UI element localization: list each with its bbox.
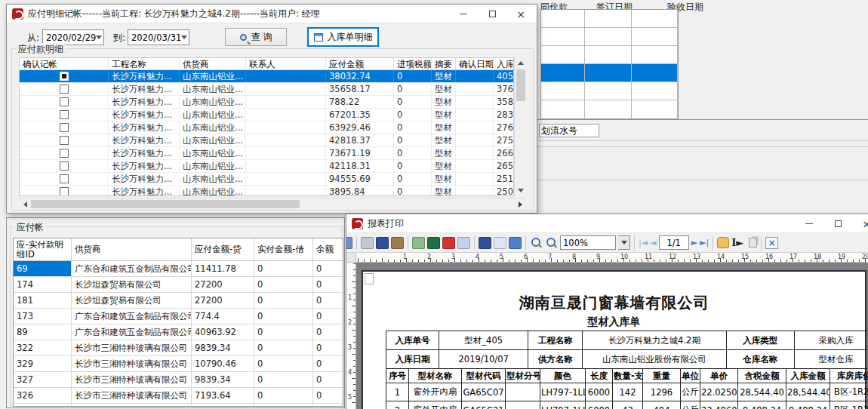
designer-icon[interactable] (346, 237, 352, 249)
confirm-checkbox[interactable] (60, 123, 69, 132)
save-icon[interactable] (479, 237, 491, 249)
confirm-checkbox[interactable] (60, 149, 69, 158)
next-page-icon[interactable]: ► (691, 237, 697, 249)
maximize-button[interactable] (823, 214, 852, 233)
close-button[interactable]: × (506, 5, 535, 23)
scrollbar-thumb[interactable] (516, 69, 525, 101)
send-mail-icon[interactable] (457, 237, 470, 249)
confirm-cell[interactable] (20, 186, 109, 196)
report-preview-area[interactable]: 湖南亘晟门窗幕墙有限公司 型材入库单 入库单号型材_405工程名称长沙万科魅力之… (356, 263, 868, 409)
scroll-left-icon[interactable] (19, 198, 31, 210)
query-button[interactable]: 查 询 (225, 28, 287, 46)
confirm-cell[interactable] (20, 83, 109, 95)
minimize-button[interactable] (449, 5, 478, 23)
column-header[interactable]: 供货商 (72, 238, 192, 260)
table-row[interactable]: 长沙万科魅力...山东南山铝业...42118.310型材265 (20, 160, 513, 173)
column-header[interactable]: 应付金额 (326, 58, 394, 69)
confirm-checkbox[interactable] (60, 136, 69, 145)
table-row[interactable]: 长沙万科魅力...山东南山铝业...35658.170型材376 (20, 83, 513, 96)
open-report-icon[interactable] (494, 237, 506, 249)
previous-page-icon[interactable]: ◄ (650, 237, 656, 249)
zoom-level-input[interactable] (560, 235, 616, 250)
text-select-tool-icon[interactable]: I► (731, 237, 743, 248)
table-row[interactable]: 181长沙坦森贸易有限公司2720000 (14, 293, 343, 309)
export-file-icon[interactable] (412, 237, 425, 249)
copy-icon[interactable] (749, 238, 757, 248)
confirm-checkbox[interactable] (60, 97, 69, 106)
column-header[interactable]: 供货商 (180, 58, 246, 69)
confirm-cell[interactable] (20, 134, 109, 146)
export-excel-icon[interactable] (427, 237, 440, 249)
confirm-cell[interactable] (20, 96, 109, 108)
options-icon[interactable] (391, 237, 404, 249)
column-header[interactable]: 进项税额 (394, 58, 432, 69)
confirm-checkbox[interactable] (60, 174, 69, 183)
last-page-icon[interactable]: ►| (700, 237, 709, 249)
column-header[interactable]: 应付金额-贷 (192, 238, 254, 260)
maximize-button[interactable] (478, 5, 506, 23)
table-row[interactable]: 69广东合和建筑五金制品有限公司11411.7800 (14, 261, 343, 277)
zoom-out-icon[interactable] (545, 237, 558, 249)
column-header[interactable]: 工程名称 (109, 58, 180, 69)
column-header[interactable]: 确认日期 (456, 58, 494, 69)
column-header[interactable]: 实付金额-借 (254, 238, 313, 260)
close-preview-icon[interactable]: × (765, 237, 778, 249)
table-row[interactable]: 长沙万科魅力...山东南山铝业...788.220型材358 (20, 96, 513, 109)
table-row[interactable] (541, 28, 678, 46)
zoom-dropdown-button[interactable] (618, 235, 630, 250)
confirm-cell[interactable] (20, 70, 109, 82)
table-row[interactable]: 长沙万科魅力...山东南山铝业...67201.350型材283 (20, 109, 513, 121)
table-row[interactable]: 长沙万科魅力...山东南山铝业...42818.370型材275 (20, 134, 513, 147)
column-header[interactable]: 余额 (313, 238, 343, 260)
bg-empty-grid[interactable] (540, 9, 679, 119)
confirm-checkbox[interactable] (60, 187, 69, 196)
title-bar[interactable]: 报表打印 × (346, 214, 868, 233)
hand-tool-icon[interactable] (717, 237, 729, 248)
horizontal-scrollbar[interactable] (19, 198, 526, 209)
page-number-input[interactable] (659, 235, 689, 250)
export-pdf-icon[interactable] (442, 237, 455, 249)
table-row[interactable]: 329长沙市三湘特种玻璃有限公司10790.4600 (14, 356, 343, 372)
column-header[interactable]: 确认记帐 (20, 58, 109, 69)
print-icon[interactable] (361, 237, 374, 249)
column-header[interactable]: 联系人 (246, 58, 326, 69)
table-row[interactable] (541, 46, 678, 64)
scroll-right-icon[interactable] (514, 198, 526, 210)
table-row[interactable]: 长沙万科魅力...山东南山铝业...38032.740型材405 (20, 70, 513, 83)
table-row[interactable]: 89广东合和建筑五金制品有限公司40963.9200 (14, 324, 343, 340)
confirm-cell[interactable] (20, 121, 109, 134)
close-button[interactable]: × (852, 214, 868, 233)
confirm-cell[interactable] (20, 109, 109, 121)
confirm-checkbox[interactable] (60, 110, 69, 119)
confirm-checkbox[interactable] (60, 72, 69, 81)
page-setup-icon[interactable] (376, 237, 389, 249)
table-row[interactable]: 173广东合和建筑五金制品有限公司774.400 (14, 309, 343, 324)
table-row[interactable]: 长沙万科魅力...山东南山铝业...3895.840型材250 (20, 186, 513, 196)
scroll-up-icon[interactable] (515, 57, 527, 69)
first-page-icon[interactable]: |◄ (639, 237, 648, 249)
payable-ledger-grid[interactable]: 应-实付款明细ID供货商应付金额-贷实付金额-借余额69广东合和建筑五金制品有限… (13, 238, 343, 407)
minimize-button[interactable] (795, 214, 823, 233)
export-data-icon[interactable] (509, 237, 522, 249)
scroll-down-icon[interactable] (515, 185, 527, 196)
confirm-cell[interactable] (20, 160, 109, 172)
table-row[interactable] (541, 100, 678, 118)
vertical-scrollbar[interactable] (514, 57, 526, 196)
confirm-checkbox[interactable] (60, 161, 69, 171)
confirm-cell[interactable] (20, 173, 109, 185)
confirm-checkbox[interactable] (60, 85, 69, 94)
table-row[interactable]: 322长沙市三湘特种玻璃有限公司9839.3400 (14, 340, 343, 356)
column-header[interactable]: 摘要 (432, 58, 456, 69)
column-header[interactable]: 应-实付款明细ID (14, 238, 72, 260)
column-header[interactable]: 入库 (494, 58, 514, 69)
selected-row[interactable] (541, 64, 678, 82)
table-row[interactable]: 长沙万科魅力...山东南山铝业...94555.690型材251 (20, 173, 513, 186)
table-row[interactable]: 长沙万科魅力...山东南山铝业...63929.460型材276 (20, 121, 513, 134)
serial-number-field[interactable]: 划流水号 (539, 124, 599, 137)
zoom-in-icon[interactable] (530, 237, 543, 249)
table-row[interactable] (14, 404, 343, 407)
table-row[interactable] (541, 10, 678, 28)
table-row[interactable]: 326长沙市三湘特种玻璃有限公司7193.6400 (14, 388, 343, 404)
confirm-cell[interactable] (20, 147, 109, 159)
table-row[interactable]: 327长沙市三湘特种玻璃有限公司9839.3400 (14, 372, 343, 388)
